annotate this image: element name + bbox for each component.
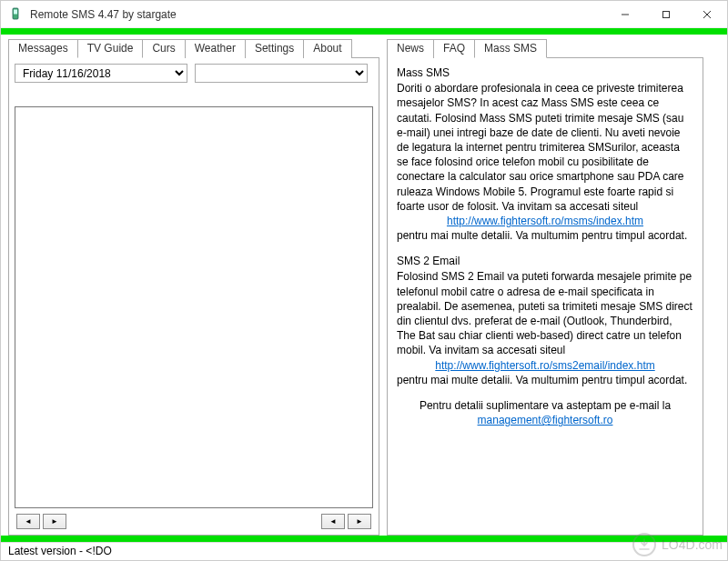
titlebar: Remote SMS 4.47 by stargate (1, 1, 727, 28)
content-area: Messages TV Guide Curs Weather Settings … (1, 35, 727, 536)
tab-tv-guide[interactable]: TV Guide (77, 39, 144, 58)
tab-weather[interactable]: Weather (185, 39, 246, 58)
top-green-bar (1, 28, 727, 35)
app-window: Remote SMS 4.47 by stargate Messages TV … (0, 0, 728, 561)
channel-dropdown[interactable] (195, 64, 368, 83)
next-right-button[interactable]: ► (348, 514, 371, 529)
status-bar: Latest version - <!DO (1, 542, 727, 560)
left-panel: Messages TV Guide Curs Weather Settings … (8, 38, 379, 536)
next-left-button[interactable]: ► (43, 514, 66, 529)
sms2email-text1: Folosind SMS 2 Email va puteti forwarda … (397, 270, 693, 356)
tv-guide-body: Friday 11/16/2018 ◄ ► ◄ ► (8, 57, 379, 536)
svg-rect-3 (662, 11, 669, 17)
prev-right-button[interactable]: ◄ (321, 514, 345, 529)
mass-sms-text1: Doriti o abordare profesionala in ceea c… (397, 82, 684, 213)
close-button[interactable] (686, 1, 727, 28)
window-controls (604, 1, 727, 28)
contact-footer: Pentru detalii suplimentare va asteptam … (397, 398, 693, 427)
mass-sms-body: Mass SMS Doriti o abordare profesionala … (387, 57, 703, 536)
app-icon (8, 7, 23, 22)
sms2email-text2: pentru mai multe detalii. Va multumim pe… (397, 374, 687, 386)
right-tabs: News FAQ Mass SMS (387, 38, 703, 57)
tab-settings[interactable]: Settings (245, 39, 304, 58)
mass-sms-text2: pentru mai multe detalii. Va multumim pe… (397, 229, 687, 242)
mass-sms-section: Mass SMS Doriti o abordare profesionala … (397, 65, 693, 243)
mass-sms-title: Mass SMS (397, 65, 693, 80)
svg-rect-1 (14, 9, 17, 14)
nav-row: ◄ ► ◄ ► (15, 514, 373, 529)
sms2email-link[interactable]: http://www.fightersoft.ro/sms2email/inde… (397, 358, 693, 373)
tab-messages[interactable]: Messages (8, 39, 78, 58)
contact-text: Pentru detalii suplimentare va asteptam … (420, 399, 671, 412)
window-title: Remote SMS 4.47 by stargate (30, 8, 604, 21)
left-tabs: Messages TV Guide Curs Weather Settings … (8, 38, 379, 57)
program-list[interactable] (15, 106, 373, 508)
prev-left-button[interactable]: ◄ (16, 514, 40, 529)
mass-sms-link[interactable]: http://www.fightersoft.ro/msms/index.htm (397, 214, 693, 228)
maximize-button[interactable] (645, 1, 686, 28)
contact-email-link[interactable]: management@fightersoft.ro (478, 414, 613, 426)
sms2email-title: SMS 2 Email (397, 254, 693, 268)
minimize-button[interactable] (604, 1, 645, 28)
bottom-green-bar (1, 536, 727, 542)
tab-about[interactable]: About (303, 39, 351, 58)
tab-mass-sms[interactable]: Mass SMS (474, 39, 547, 58)
right-panel: News FAQ Mass SMS Mass SMS Doriti o abor… (387, 38, 703, 536)
dropdown-row: Friday 11/16/2018 (15, 64, 373, 83)
sms2email-section: SMS 2 Email Folosind SMS 2 Email va pute… (397, 254, 693, 387)
date-dropdown[interactable]: Friday 11/16/2018 (15, 64, 187, 83)
tab-faq[interactable]: FAQ (433, 39, 475, 58)
tab-news[interactable]: News (387, 39, 434, 58)
tab-curs[interactable]: Curs (142, 39, 185, 58)
